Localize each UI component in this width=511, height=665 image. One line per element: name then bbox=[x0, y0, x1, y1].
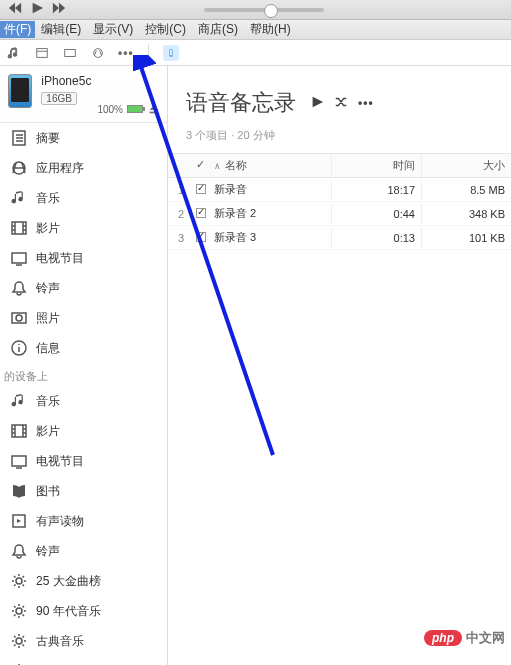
sidebar-item[interactable]: 铃声 bbox=[0, 273, 167, 303]
row-checkbox[interactable] bbox=[190, 228, 208, 248]
content-pane: 语音备忘录 ••• 3 个项目 · 20 分钟 ✓ 名称 时间 大小 1新录音1… bbox=[168, 66, 511, 665]
apps-tab-icon[interactable] bbox=[90, 45, 106, 61]
table-body: 1新录音18:178.5 MB2新录音 20:44348 KB3新录音 30:1… bbox=[168, 178, 511, 250]
tv-icon bbox=[10, 452, 28, 470]
music-tab-icon[interactable] bbox=[6, 45, 22, 61]
gear-icon bbox=[10, 572, 28, 590]
device-tab-icon[interactable] bbox=[163, 45, 179, 61]
col-index[interactable] bbox=[168, 154, 190, 177]
device-thumbnail-icon bbox=[8, 74, 32, 108]
info-icon bbox=[10, 339, 28, 357]
sidebar-item[interactable]: 影片 bbox=[0, 213, 167, 243]
toolbar-separator bbox=[148, 44, 149, 62]
books-icon bbox=[10, 482, 28, 500]
row-time: 0:44 bbox=[331, 204, 421, 224]
play-button[interactable] bbox=[30, 1, 44, 18]
photo-icon bbox=[10, 309, 28, 327]
page-title: 语音备忘录 bbox=[186, 88, 296, 118]
menu-view[interactable]: 显示(V) bbox=[87, 21, 139, 38]
col-time[interactable]: 时间 bbox=[331, 154, 421, 177]
ring-icon bbox=[10, 542, 28, 560]
sidebar-item-label: 摘要 bbox=[36, 130, 60, 147]
category-toolbar: ••• bbox=[0, 40, 511, 66]
sidebar-item[interactable]: 信息 bbox=[0, 333, 167, 363]
next-button[interactable] bbox=[52, 1, 66, 18]
volume-slider[interactable] bbox=[204, 8, 324, 12]
gear-icon bbox=[10, 602, 28, 620]
sidebar-item[interactable]: 音乐 bbox=[0, 183, 167, 213]
sidebar-item[interactable]: 我的最爱 bbox=[0, 656, 167, 665]
row-size: 8.5 MB bbox=[421, 180, 511, 200]
row-time: 0:13 bbox=[331, 228, 421, 248]
sidebar-item-label: 古典音乐 bbox=[36, 633, 84, 650]
svg-point-22 bbox=[16, 315, 22, 321]
sidebar-item[interactable]: 影片 bbox=[0, 416, 167, 446]
col-size[interactable]: 大小 bbox=[421, 154, 511, 177]
sidebar-item[interactable]: 电视节目 bbox=[0, 243, 167, 273]
sidebar-item[interactable]: 90 年代音乐 bbox=[0, 596, 167, 626]
apps-icon bbox=[10, 159, 28, 177]
row-size: 348 KB bbox=[421, 204, 511, 224]
sidebar-item-label: 图书 bbox=[36, 483, 60, 500]
device-name: iPhone5c bbox=[41, 74, 91, 88]
sidebar-item[interactable]: 有声读物 bbox=[0, 506, 167, 536]
svg-rect-6 bbox=[150, 112, 159, 114]
sidebar-item[interactable]: 音乐 bbox=[0, 386, 167, 416]
more-tabs-icon[interactable]: ••• bbox=[118, 46, 134, 60]
row-time: 18:17 bbox=[331, 180, 421, 200]
table-row[interactable]: 1新录音18:178.5 MB bbox=[168, 178, 511, 202]
row-name: 新录音 3 bbox=[208, 226, 331, 249]
sidebar-item-label: 铃声 bbox=[36, 543, 60, 560]
device-nav-list: 摘要应用程序音乐影片电视节目铃声照片信息 bbox=[0, 123, 167, 363]
section-on-device: 的设备上 bbox=[0, 363, 167, 386]
movies-icon bbox=[10, 422, 28, 440]
row-name: 新录音 2 bbox=[208, 202, 331, 225]
row-index: 1 bbox=[168, 180, 190, 200]
movies-tab-icon[interactable] bbox=[34, 45, 50, 61]
row-name: 新录音 bbox=[208, 178, 331, 201]
sidebar-item[interactable]: 古典音乐 bbox=[0, 626, 167, 656]
menu-control[interactable]: 控制(C) bbox=[139, 21, 192, 38]
music-icon bbox=[10, 189, 28, 207]
eject-icon[interactable] bbox=[147, 102, 161, 116]
table-row[interactable]: 2新录音 20:44348 KB bbox=[168, 202, 511, 226]
battery-icon bbox=[127, 105, 143, 113]
menu-edit[interactable]: 编辑(E) bbox=[35, 21, 87, 38]
prev-button[interactable] bbox=[8, 1, 22, 18]
sidebar-item-label: 信息 bbox=[36, 340, 60, 357]
sidebar-item-label: 90 年代音乐 bbox=[36, 603, 101, 620]
watermark-text: 中文网 bbox=[466, 629, 505, 647]
sidebar-item[interactable]: 摘要 bbox=[0, 123, 167, 153]
sidebar-item-label: 应用程序 bbox=[36, 160, 84, 177]
row-checkbox[interactable] bbox=[190, 204, 208, 224]
gear-icon bbox=[10, 632, 28, 650]
sidebar-item[interactable]: 电视节目 bbox=[0, 446, 167, 476]
sidebar-item[interactable]: 铃声 bbox=[0, 536, 167, 566]
sidebar-item[interactable]: 应用程序 bbox=[0, 153, 167, 183]
menu-help[interactable]: 帮助(H) bbox=[244, 21, 297, 38]
more-actions-icon[interactable]: ••• bbox=[358, 96, 374, 110]
col-check[interactable]: ✓ bbox=[190, 154, 208, 177]
menu-file[interactable]: 件(F) bbox=[0, 21, 35, 38]
table-row[interactable]: 3新录音 30:13101 KB bbox=[168, 226, 511, 250]
sidebar-item[interactable]: 照片 bbox=[0, 303, 167, 333]
device-header[interactable]: iPhone5c 16GB 100% bbox=[0, 66, 167, 123]
col-name[interactable]: 名称 bbox=[208, 154, 331, 177]
menu-store[interactable]: 商店(S) bbox=[192, 21, 244, 38]
sidebar-item-label: 25 大金曲榜 bbox=[36, 573, 101, 590]
sidebar-item[interactable]: 图书 bbox=[0, 476, 167, 506]
shuffle-button[interactable] bbox=[334, 95, 348, 112]
svg-rect-12 bbox=[12, 222, 26, 234]
play-all-button[interactable] bbox=[310, 95, 324, 112]
sidebar-item-label: 音乐 bbox=[36, 393, 60, 410]
row-checkbox[interactable] bbox=[190, 180, 208, 200]
music-icon bbox=[10, 392, 28, 410]
tv-tab-icon[interactable] bbox=[62, 45, 78, 61]
menu-bar: 件(F) 编辑(E) 显示(V) 控制(C) 商店(S) 帮助(H) bbox=[0, 20, 511, 40]
row-index: 2 bbox=[168, 204, 190, 224]
sidebar-item[interactable]: 25 大金曲榜 bbox=[0, 566, 167, 596]
watermark: php 中文网 bbox=[424, 629, 505, 647]
svg-rect-33 bbox=[12, 456, 26, 466]
svg-point-25 bbox=[18, 344, 20, 346]
movies-icon bbox=[10, 219, 28, 237]
